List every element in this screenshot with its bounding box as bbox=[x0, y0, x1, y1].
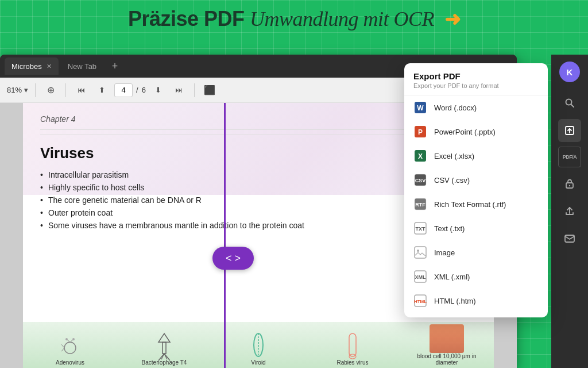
bacteriophage-illustration bbox=[150, 331, 179, 359]
svg-text:RTF: RTF bbox=[415, 202, 425, 208]
svg-rect-23 bbox=[565, 235, 574, 242]
svg-point-6 bbox=[72, 338, 75, 340]
search-icon-btn[interactable] bbox=[558, 91, 581, 114]
pdfa-icon-btn[interactable]: PDF/A bbox=[558, 147, 581, 167]
tab-newtab-label: New Tab bbox=[68, 62, 96, 71]
export-item-word[interactable]: W Word (.docx) bbox=[404, 95, 548, 120]
export-panel-title: Export PDF bbox=[413, 71, 539, 81]
share-icon-btn[interactable] bbox=[558, 200, 581, 223]
export-panel: Export PDF Export your PDF to any format… bbox=[404, 63, 548, 317]
rtf-icon: RTF bbox=[413, 197, 427, 211]
word-icon: W bbox=[413, 101, 427, 114]
zoom-dropdown-icon[interactable]: ▾ bbox=[24, 86, 28, 94]
zoom-value: 81% bbox=[7, 86, 22, 94]
svg-text:CSV: CSV bbox=[415, 178, 426, 183]
share-icon bbox=[564, 206, 575, 216]
banner-italic: Umwandlung mit OCR bbox=[250, 7, 434, 30]
tab-newtab[interactable]: New Tab bbox=[61, 57, 103, 75]
svg-marker-7 bbox=[158, 334, 170, 342]
rabiesvirus-illustration bbox=[347, 331, 358, 359]
last-page-button[interactable]: ⏭ bbox=[171, 82, 187, 98]
export-rtf-label: Rich Text Format (.rtf) bbox=[434, 200, 506, 209]
code-edit-button[interactable]: < > bbox=[212, 247, 254, 270]
export-item-excel[interactable]: X Excel (.xlsx) bbox=[404, 144, 548, 168]
search-icon bbox=[564, 98, 575, 108]
csv-icon: CSV bbox=[413, 173, 427, 187]
export-item-xml[interactable]: XML XML (.xml) bbox=[404, 264, 548, 289]
next-page-button[interactable]: ⬇ bbox=[150, 82, 167, 98]
bacteriophage-item: Bacteriophage T4 bbox=[129, 331, 200, 366]
page-nav: 4 / 6 bbox=[114, 83, 146, 97]
adenovirus-label: Adenovirus bbox=[34, 359, 106, 366]
toolbar-sep-1 bbox=[35, 83, 36, 97]
svg-text:X: X bbox=[418, 152, 423, 160]
export-item-html[interactable]: HTML HTML (.htm) bbox=[404, 289, 548, 313]
svg-point-5 bbox=[65, 338, 68, 340]
mail-icon-btn[interactable] bbox=[558, 227, 581, 250]
first-page-button[interactable]: ⏮ bbox=[73, 82, 89, 98]
bloodcell-illustration bbox=[430, 324, 464, 353]
svg-text:HTML: HTML bbox=[414, 299, 427, 304]
export-word-label: Word (.docx) bbox=[434, 103, 477, 112]
tab-microbes-label: Microbes bbox=[11, 62, 42, 71]
export-item-image[interactable]: Image bbox=[404, 240, 548, 264]
pdfa-label: PDF/A bbox=[563, 154, 577, 160]
page-number-input[interactable]: 4 bbox=[114, 83, 133, 97]
export-item-rtf[interactable]: RTF Rich Text Format (.rtf) bbox=[404, 192, 548, 216]
svg-line-18 bbox=[571, 105, 574, 108]
rabiesvirus-label: Rabies virus bbox=[317, 359, 388, 366]
svg-text:W: W bbox=[417, 104, 424, 112]
toolbar-sep-3 bbox=[194, 83, 195, 97]
svg-text:XML: XML bbox=[415, 274, 427, 280]
adenovirus-item: Adenovirus bbox=[34, 336, 106, 366]
export-csv-label: CSV (.csv) bbox=[434, 176, 470, 185]
page-sep: / bbox=[136, 86, 138, 94]
tab-close-microbes[interactable]: ✕ bbox=[47, 63, 52, 70]
bacteriophage-label: Bacteriophage T4 bbox=[129, 359, 200, 366]
export-item-txt[interactable]: TXT Text (.txt) bbox=[404, 216, 548, 240]
toolbar-sep-2 bbox=[65, 83, 66, 97]
viroid-item: Viroid bbox=[223, 331, 294, 366]
export-txt-label: Text (.txt) bbox=[434, 224, 465, 233]
mail-icon bbox=[564, 235, 575, 243]
svg-rect-8 bbox=[163, 342, 166, 354]
right-sidebar: K PDF/A bbox=[551, 55, 588, 368]
export-html-label: HTML (.htm) bbox=[434, 297, 475, 305]
export-panel-subtitle: Export your PDF to any format bbox=[413, 82, 539, 89]
txt-icon: TXT bbox=[413, 221, 427, 235]
viroid-illustration bbox=[250, 331, 267, 359]
page-total: 6 bbox=[142, 86, 146, 94]
export-xml-label: XML (.xml) bbox=[434, 273, 470, 281]
export-excel-label: Excel (.xlsx) bbox=[434, 152, 474, 160]
export-image-label: Image bbox=[434, 248, 455, 257]
svg-rect-36 bbox=[415, 247, 426, 258]
export-ppt-label: PowerPoint (.pptx) bbox=[434, 128, 496, 136]
lock-icon bbox=[565, 178, 574, 189]
purple-vertical-line bbox=[224, 103, 226, 368]
code-icon: < > bbox=[226, 252, 241, 264]
bloodcell-label: blood cell 10,000 µm in diameter bbox=[411, 353, 482, 366]
svg-text:TXT: TXT bbox=[416, 226, 426, 232]
export-item-powerpoint[interactable]: P PowerPoint (.pptx) bbox=[404, 120, 548, 144]
export-header: Export PDF Export your PDF to any format bbox=[404, 63, 548, 95]
export-icon bbox=[564, 125, 575, 136]
bloodcell-item: blood cell 10,000 µm in diameter bbox=[411, 324, 482, 366]
zoom-control: 81% ▾ bbox=[7, 86, 28, 94]
svg-line-4 bbox=[61, 348, 64, 351]
user-avatar[interactable]: K bbox=[559, 62, 580, 82]
prev-page-button[interactable]: ⬆ bbox=[94, 82, 110, 98]
export-icon-btn[interactable] bbox=[558, 119, 581, 142]
svg-point-37 bbox=[417, 250, 419, 252]
new-tab-button[interactable]: + bbox=[108, 59, 122, 73]
tab-microbes[interactable]: Microbes ✕ bbox=[5, 57, 59, 75]
svg-point-22 bbox=[569, 185, 570, 186]
export-item-csv[interactable]: CSV CSV (.csv) bbox=[404, 168, 548, 192]
html-icon: HTML bbox=[413, 294, 427, 308]
banner-arrow: ➜ bbox=[444, 7, 461, 30]
lock-icon-btn[interactable] bbox=[558, 172, 581, 195]
present-button[interactable]: ⬛ bbox=[202, 82, 218, 98]
pdf-bottom-strip: Adenovirus Bacteriophage bbox=[23, 322, 494, 368]
banner-text-before: Präzise PDF bbox=[128, 7, 250, 30]
zoom-in-button[interactable]: ⊕ bbox=[42, 82, 59, 98]
excel-icon: X bbox=[413, 149, 427, 163]
